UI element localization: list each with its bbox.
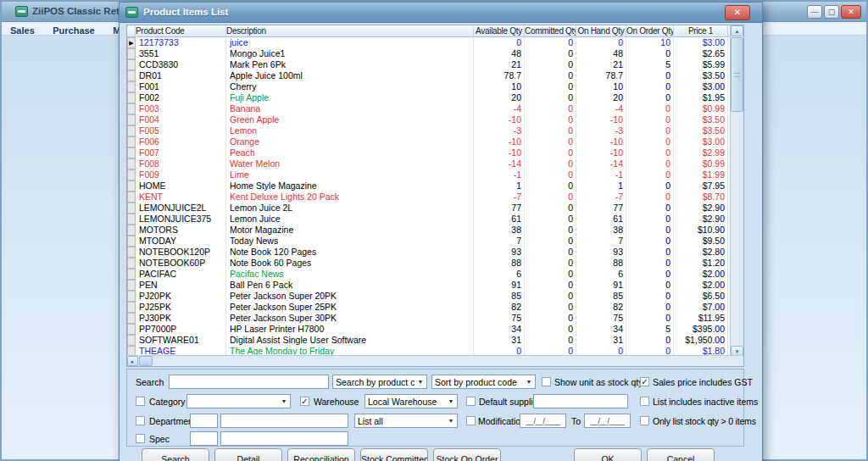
- cell-on-order-qty[interactable]: 0: [626, 114, 674, 125]
- cell-price-1[interactable]: $2.90: [674, 203, 728, 214]
- cell-on-order-qty[interactable]: 0: [626, 335, 674, 346]
- table-row[interactable]: KENTKent Deluxe Lights 20 Pack-70-70$8.7…: [127, 192, 732, 203]
- default-supplier-input[interactable]: [533, 394, 628, 408]
- default-supplier-checkbox[interactable]: [466, 397, 476, 406]
- cell-on-hand-qty[interactable]: 91: [576, 280, 626, 291]
- cell-on-hand-qty[interactable]: 82: [576, 302, 626, 313]
- cell-on-hand-qty[interactable]: 38: [576, 225, 626, 236]
- maximize-icon[interactable]: ▢: [824, 5, 839, 19]
- cell-description[interactable]: Digital Assist Single User Software: [226, 335, 474, 346]
- minimize-icon[interactable]: —: [807, 5, 822, 19]
- cell-committed-qty[interactable]: 0: [525, 258, 576, 269]
- cell-on-hand-qty[interactable]: 20: [576, 92, 626, 103]
- cell-description[interactable]: Orange: [226, 136, 474, 147]
- cell-product-code[interactable]: NOTEBOOK120P: [136, 247, 226, 258]
- cell-description[interactable]: Peter Jackson Super 20PK: [226, 291, 474, 302]
- cell-description[interactable]: Peter Jackson Super 30PK: [226, 313, 474, 324]
- cell-product-code[interactable]: PACIFAC: [136, 269, 226, 280]
- stock-qty-checkbox[interactable]: [640, 416, 649, 425]
- cell-price-1[interactable]: $5.99: [674, 59, 728, 70]
- cell-available-qty[interactable]: -7: [474, 192, 525, 203]
- cell-committed-qty[interactable]: 0: [525, 236, 576, 247]
- cell-available-qty[interactable]: 21: [474, 59, 525, 70]
- cell-description[interactable]: Mongo Juice1: [226, 48, 474, 59]
- cell-available-qty[interactable]: 78.7: [474, 70, 525, 81]
- cell-committed-qty[interactable]: 0: [525, 70, 576, 81]
- list-all-dropdown[interactable]: List all ▼: [354, 414, 458, 428]
- table-row[interactable]: LEMONJUICE2LLemon Juice 2L770770$2.90: [127, 203, 732, 214]
- cell-price-1[interactable]: $2.00: [674, 280, 728, 291]
- cell-description[interactable]: juice: [226, 37, 474, 48]
- cell-on-hand-qty[interactable]: 75: [576, 313, 626, 324]
- cell-price-1[interactable]: $3.00: [674, 37, 728, 48]
- modification-checkbox[interactable]: [466, 416, 476, 425]
- cell-price-1[interactable]: $2.00: [674, 269, 728, 280]
- cell-on-order-qty[interactable]: 0: [626, 192, 674, 203]
- cell-on-order-qty[interactable]: 0: [626, 269, 674, 280]
- cell-product-code[interactable]: KENT: [136, 192, 226, 203]
- cell-available-qty[interactable]: 20: [474, 92, 525, 103]
- cell-price-1[interactable]: $3.00: [674, 81, 728, 92]
- cell-product-code[interactable]: F008: [136, 158, 226, 169]
- table-row[interactable]: F002Fuji Apple200200$1.95: [127, 92, 732, 103]
- cell-description[interactable]: Green Apple: [226, 114, 474, 125]
- cell-product-code[interactable]: PJ25PK: [136, 302, 226, 313]
- cell-product-code[interactable]: PP7000P: [136, 324, 226, 335]
- cell-price-1[interactable]: $2.65: [674, 48, 728, 59]
- cell-on-hand-qty[interactable]: -10: [576, 136, 626, 147]
- cell-available-qty[interactable]: 75: [474, 313, 525, 324]
- cell-committed-qty[interactable]: 0: [525, 114, 576, 125]
- table-row[interactable]: MOTORSMotor Magazine380380$10.90: [127, 225, 732, 236]
- cell-on-order-qty[interactable]: 0: [626, 302, 674, 313]
- spec-code-input[interactable]: [190, 431, 218, 446]
- table-row[interactable]: NOTEBOOK120PNote Book 120 Pages930930$2.…: [127, 247, 732, 258]
- cell-description[interactable]: Fuji Apple: [226, 92, 474, 103]
- cell-on-order-qty[interactable]: 0: [626, 258, 674, 269]
- cell-committed-qty[interactable]: 0: [525, 225, 576, 236]
- cell-available-qty[interactable]: 1: [474, 181, 525, 192]
- cell-description[interactable]: Water Melon: [226, 158, 474, 169]
- cell-product-code[interactable]: F006: [136, 136, 226, 147]
- cell-available-qty[interactable]: 91: [474, 280, 525, 291]
- cell-committed-qty[interactable]: 0: [525, 103, 576, 114]
- cell-committed-qty[interactable]: 0: [525, 48, 576, 59]
- table-row[interactable]: PJ20PKPeter Jackson Super 20PK850850$6.5…: [127, 291, 732, 302]
- cell-on-hand-qty[interactable]: 31: [576, 335, 626, 346]
- cell-on-order-qty[interactable]: 0: [626, 203, 674, 214]
- cell-on-hand-qty[interactable]: 6: [576, 269, 626, 280]
- cell-available-qty[interactable]: -10: [474, 147, 525, 158]
- spec-checkbox[interactable]: [136, 434, 145, 443]
- detail-button[interactable]: Detail: [214, 448, 282, 461]
- cell-product-code[interactable]: LEMONJUICE2L: [136, 203, 226, 214]
- cell-description[interactable]: Peter Jackson Super 25PK: [226, 302, 474, 313]
- cell-on-order-qty[interactable]: 5: [626, 59, 674, 70]
- show-unit-checkbox[interactable]: [542, 377, 551, 386]
- cell-product-code[interactable]: LEMONJUICE375: [136, 214, 226, 225]
- table-row[interactable]: F009Lime-10-10$1.99: [127, 169, 732, 181]
- header-on-hand-qty[interactable]: On Hand Qty: [576, 25, 626, 37]
- category-checkbox[interactable]: [136, 397, 145, 406]
- stock-on-order-button[interactable]: Stock On Order: [433, 448, 501, 461]
- reconciliation-button[interactable]: Reconciliation: [287, 448, 355, 461]
- scroll-right-icon[interactable]: ►: [127, 356, 138, 366]
- cell-on-order-qty[interactable]: 0: [626, 125, 674, 136]
- stock-committed-button[interactable]: Stock Committed: [360, 448, 428, 461]
- vertical-scrollbar-thumb[interactable]: [731, 37, 743, 112]
- cell-available-qty[interactable]: -14: [474, 158, 525, 169]
- table-row[interactable]: F007Peach-100-100$2.99: [127, 147, 732, 158]
- ok-button[interactable]: OK: [574, 448, 642, 461]
- header-description[interactable]: Description: [226, 25, 474, 37]
- cell-committed-qty[interactable]: 0: [525, 280, 576, 291]
- cell-on-hand-qty[interactable]: 7: [576, 236, 626, 247]
- cell-price-1[interactable]: $7.95: [674, 181, 728, 192]
- cell-description[interactable]: Lime: [226, 169, 474, 181]
- warehouse-checkbox[interactable]: ✓: [300, 397, 309, 406]
- cell-product-code[interactable]: F004: [136, 114, 226, 125]
- cell-product-code[interactable]: DR01: [136, 70, 226, 81]
- search-input[interactable]: [169, 375, 329, 389]
- table-row[interactable]: DR01Apple Juice 100ml78.7078.70$3.50: [127, 70, 732, 81]
- cell-on-order-qty[interactable]: 0: [626, 92, 674, 103]
- cell-description[interactable]: Today News: [226, 236, 474, 247]
- cell-description[interactable]: Note Book 120 Pages: [226, 247, 474, 258]
- cell-product-code[interactable]: PJ20PK: [136, 291, 226, 302]
